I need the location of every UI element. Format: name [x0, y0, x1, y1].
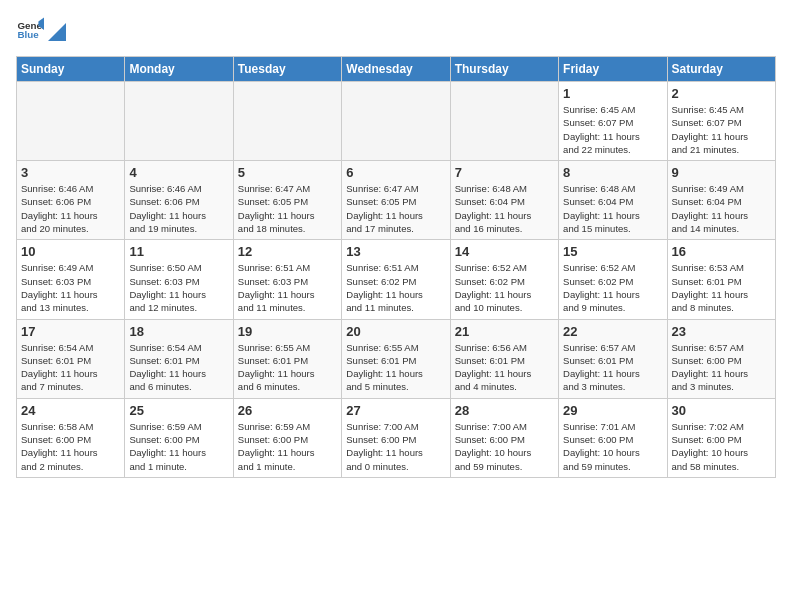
day-number: 3: [21, 165, 120, 180]
day-number: 13: [346, 244, 445, 259]
header-row: SundayMondayTuesdayWednesdayThursdayFrid…: [17, 57, 776, 82]
day-number: 25: [129, 403, 228, 418]
day-cell: 10Sunrise: 6:49 AM Sunset: 6:03 PM Dayli…: [17, 240, 125, 319]
day-cell: 18Sunrise: 6:54 AM Sunset: 6:01 PM Dayli…: [125, 319, 233, 398]
day-info: Sunrise: 6:45 AM Sunset: 6:07 PM Dayligh…: [563, 103, 662, 156]
day-cell: 19Sunrise: 6:55 AM Sunset: 6:01 PM Dayli…: [233, 319, 341, 398]
day-number: 20: [346, 324, 445, 339]
day-cell: [233, 82, 341, 161]
day-info: Sunrise: 6:57 AM Sunset: 6:01 PM Dayligh…: [563, 341, 662, 394]
day-number: 1: [563, 86, 662, 101]
day-cell: [17, 82, 125, 161]
day-cell: 6Sunrise: 6:47 AM Sunset: 6:05 PM Daylig…: [342, 161, 450, 240]
day-cell: 17Sunrise: 6:54 AM Sunset: 6:01 PM Dayli…: [17, 319, 125, 398]
day-number: 7: [455, 165, 554, 180]
logo-triangle-icon: [48, 23, 66, 41]
day-cell: 4Sunrise: 6:46 AM Sunset: 6:06 PM Daylig…: [125, 161, 233, 240]
day-cell: [125, 82, 233, 161]
col-header-friday: Friday: [559, 57, 667, 82]
day-info: Sunrise: 7:00 AM Sunset: 6:00 PM Dayligh…: [455, 420, 554, 473]
day-info: Sunrise: 6:50 AM Sunset: 6:03 PM Dayligh…: [129, 261, 228, 314]
day-info: Sunrise: 6:48 AM Sunset: 6:04 PM Dayligh…: [563, 182, 662, 235]
week-row-3: 10Sunrise: 6:49 AM Sunset: 6:03 PM Dayli…: [17, 240, 776, 319]
day-number: 18: [129, 324, 228, 339]
day-info: Sunrise: 6:52 AM Sunset: 6:02 PM Dayligh…: [563, 261, 662, 314]
day-info: Sunrise: 6:48 AM Sunset: 6:04 PM Dayligh…: [455, 182, 554, 235]
page-header: General Blue: [16, 16, 776, 44]
col-header-wednesday: Wednesday: [342, 57, 450, 82]
svg-marker-3: [48, 23, 66, 41]
day-number: 4: [129, 165, 228, 180]
day-number: 14: [455, 244, 554, 259]
col-header-saturday: Saturday: [667, 57, 775, 82]
day-cell: 14Sunrise: 6:52 AM Sunset: 6:02 PM Dayli…: [450, 240, 558, 319]
day-number: 6: [346, 165, 445, 180]
day-info: Sunrise: 6:58 AM Sunset: 6:00 PM Dayligh…: [21, 420, 120, 473]
day-cell: 29Sunrise: 7:01 AM Sunset: 6:00 PM Dayli…: [559, 398, 667, 477]
day-number: 17: [21, 324, 120, 339]
day-cell: 15Sunrise: 6:52 AM Sunset: 6:02 PM Dayli…: [559, 240, 667, 319]
day-number: 16: [672, 244, 771, 259]
col-header-tuesday: Tuesday: [233, 57, 341, 82]
day-info: Sunrise: 6:59 AM Sunset: 6:00 PM Dayligh…: [129, 420, 228, 473]
day-cell: 3Sunrise: 6:46 AM Sunset: 6:06 PM Daylig…: [17, 161, 125, 240]
day-number: 23: [672, 324, 771, 339]
day-cell: [450, 82, 558, 161]
day-cell: 7Sunrise: 6:48 AM Sunset: 6:04 PM Daylig…: [450, 161, 558, 240]
day-cell: 28Sunrise: 7:00 AM Sunset: 6:00 PM Dayli…: [450, 398, 558, 477]
day-number: 24: [21, 403, 120, 418]
day-info: Sunrise: 6:55 AM Sunset: 6:01 PM Dayligh…: [238, 341, 337, 394]
svg-text:Blue: Blue: [17, 29, 39, 40]
day-cell: 2Sunrise: 6:45 AM Sunset: 6:07 PM Daylig…: [667, 82, 775, 161]
day-info: Sunrise: 6:46 AM Sunset: 6:06 PM Dayligh…: [129, 182, 228, 235]
day-cell: 26Sunrise: 6:59 AM Sunset: 6:00 PM Dayli…: [233, 398, 341, 477]
day-info: Sunrise: 6:45 AM Sunset: 6:07 PM Dayligh…: [672, 103, 771, 156]
day-number: 2: [672, 86, 771, 101]
day-info: Sunrise: 6:47 AM Sunset: 6:05 PM Dayligh…: [346, 182, 445, 235]
day-cell: [342, 82, 450, 161]
day-info: Sunrise: 6:53 AM Sunset: 6:01 PM Dayligh…: [672, 261, 771, 314]
day-info: Sunrise: 6:49 AM Sunset: 6:04 PM Dayligh…: [672, 182, 771, 235]
day-info: Sunrise: 6:46 AM Sunset: 6:06 PM Dayligh…: [21, 182, 120, 235]
day-number: 28: [455, 403, 554, 418]
day-info: Sunrise: 6:51 AM Sunset: 6:02 PM Dayligh…: [346, 261, 445, 314]
day-number: 9: [672, 165, 771, 180]
week-row-2: 3Sunrise: 6:46 AM Sunset: 6:06 PM Daylig…: [17, 161, 776, 240]
day-info: Sunrise: 6:57 AM Sunset: 6:00 PM Dayligh…: [672, 341, 771, 394]
day-cell: 30Sunrise: 7:02 AM Sunset: 6:00 PM Dayli…: [667, 398, 775, 477]
day-cell: 23Sunrise: 6:57 AM Sunset: 6:00 PM Dayli…: [667, 319, 775, 398]
logo: General Blue: [16, 16, 66, 44]
col-header-monday: Monday: [125, 57, 233, 82]
day-info: Sunrise: 6:56 AM Sunset: 6:01 PM Dayligh…: [455, 341, 554, 394]
day-cell: 5Sunrise: 6:47 AM Sunset: 6:05 PM Daylig…: [233, 161, 341, 240]
calendar-table: SundayMondayTuesdayWednesdayThursdayFrid…: [16, 56, 776, 478]
day-cell: 9Sunrise: 6:49 AM Sunset: 6:04 PM Daylig…: [667, 161, 775, 240]
day-cell: 21Sunrise: 6:56 AM Sunset: 6:01 PM Dayli…: [450, 319, 558, 398]
day-number: 5: [238, 165, 337, 180]
day-number: 21: [455, 324, 554, 339]
day-number: 27: [346, 403, 445, 418]
day-info: Sunrise: 6:59 AM Sunset: 6:00 PM Dayligh…: [238, 420, 337, 473]
day-info: Sunrise: 6:51 AM Sunset: 6:03 PM Dayligh…: [238, 261, 337, 314]
week-row-5: 24Sunrise: 6:58 AM Sunset: 6:00 PM Dayli…: [17, 398, 776, 477]
day-info: Sunrise: 6:47 AM Sunset: 6:05 PM Dayligh…: [238, 182, 337, 235]
day-info: Sunrise: 7:02 AM Sunset: 6:00 PM Dayligh…: [672, 420, 771, 473]
day-cell: 25Sunrise: 6:59 AM Sunset: 6:00 PM Dayli…: [125, 398, 233, 477]
day-info: Sunrise: 6:55 AM Sunset: 6:01 PM Dayligh…: [346, 341, 445, 394]
logo-icon: General Blue: [16, 16, 44, 44]
day-number: 10: [21, 244, 120, 259]
day-number: 30: [672, 403, 771, 418]
day-cell: 27Sunrise: 7:00 AM Sunset: 6:00 PM Dayli…: [342, 398, 450, 477]
day-number: 15: [563, 244, 662, 259]
day-cell: 11Sunrise: 6:50 AM Sunset: 6:03 PM Dayli…: [125, 240, 233, 319]
day-info: Sunrise: 6:54 AM Sunset: 6:01 PM Dayligh…: [129, 341, 228, 394]
day-number: 12: [238, 244, 337, 259]
week-row-4: 17Sunrise: 6:54 AM Sunset: 6:01 PM Dayli…: [17, 319, 776, 398]
col-header-thursday: Thursday: [450, 57, 558, 82]
day-cell: 22Sunrise: 6:57 AM Sunset: 6:01 PM Dayli…: [559, 319, 667, 398]
day-cell: 24Sunrise: 6:58 AM Sunset: 6:00 PM Dayli…: [17, 398, 125, 477]
day-number: 29: [563, 403, 662, 418]
col-header-sunday: Sunday: [17, 57, 125, 82]
day-cell: 8Sunrise: 6:48 AM Sunset: 6:04 PM Daylig…: [559, 161, 667, 240]
day-info: Sunrise: 7:01 AM Sunset: 6:00 PM Dayligh…: [563, 420, 662, 473]
